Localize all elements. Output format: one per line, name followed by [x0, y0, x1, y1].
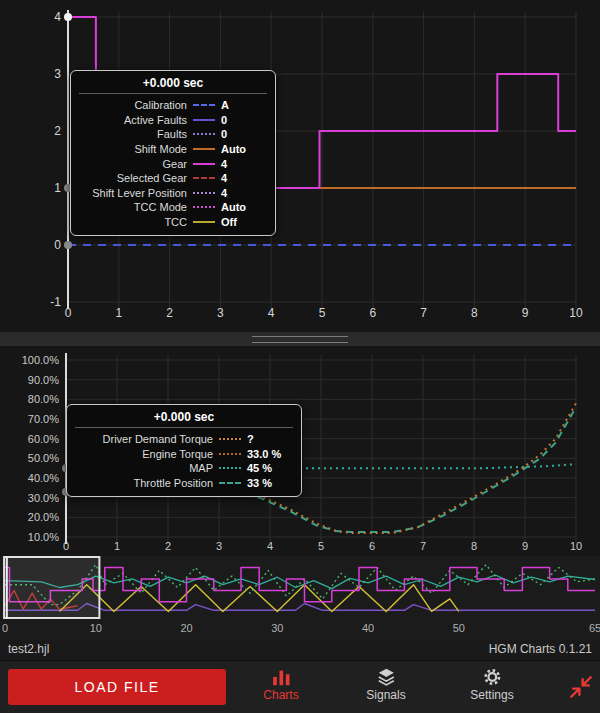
svg-text:5: 5 [319, 306, 326, 320]
app-version: HGM Charts 0.1.21 [489, 642, 592, 656]
svg-text:10: 10 [569, 306, 583, 320]
svg-text:1: 1 [115, 306, 122, 320]
tab-settings-label: Settings [470, 688, 513, 702]
tab-charts-label: Charts [263, 688, 298, 702]
chart-splitter[interactable] [0, 332, 600, 346]
svg-text:-1: -1 [50, 295, 61, 309]
svg-text:1: 1 [114, 540, 120, 552]
svg-text:8: 8 [471, 540, 477, 552]
svg-text:9: 9 [522, 306, 529, 320]
gear-chart-tooltip: +0.000 secCalibrationAActive Faults0Faul… [70, 70, 276, 236]
svg-text:4: 4 [268, 306, 275, 320]
tab-signals-label: Signals [366, 688, 405, 702]
collapse-arrows-icon [568, 674, 594, 700]
svg-text:7: 7 [420, 306, 427, 320]
svg-text:70.0%: 70.0% [28, 413, 59, 425]
svg-text:6: 6 [369, 540, 375, 552]
svg-text:60.0%: 60.0% [28, 433, 59, 445]
svg-text:6: 6 [369, 306, 376, 320]
load-file-button[interactable]: LOAD FILE [8, 669, 226, 705]
svg-text:90.0%: 90.0% [28, 374, 59, 386]
svg-text:0: 0 [54, 238, 61, 252]
file-name: test2.hjl [8, 642, 49, 656]
tab-signals[interactable]: Signals [366, 667, 405, 702]
timeline-minimap[interactable]: 0102030405065 [0, 556, 600, 638]
svg-text:2: 2 [166, 306, 173, 320]
svg-text:30: 30 [271, 622, 283, 634]
svg-text:5: 5 [318, 540, 324, 552]
svg-text:4: 4 [267, 540, 273, 552]
svg-text:40.0%: 40.0% [28, 472, 59, 484]
svg-text:10: 10 [90, 622, 102, 634]
svg-text:40: 40 [362, 622, 374, 634]
svg-text:4: 4 [54, 10, 61, 24]
bar-chart-icon [270, 667, 292, 687]
status-bar: test2.hjl HGM Charts 0.1.21 [0, 638, 600, 660]
svg-text:3: 3 [216, 540, 222, 552]
svg-text:3: 3 [54, 67, 61, 81]
svg-text:20.0%: 20.0% [28, 511, 59, 523]
svg-text:3: 3 [217, 306, 224, 320]
svg-text:2: 2 [54, 124, 61, 138]
svg-text:10.0%: 10.0% [28, 531, 59, 543]
svg-text:20: 20 [180, 622, 192, 634]
svg-text:0: 0 [2, 622, 8, 634]
gear-icon [481, 667, 503, 687]
svg-text:50.0%: 50.0% [28, 452, 59, 464]
svg-text:8: 8 [471, 306, 478, 320]
tab-charts[interactable]: Charts [263, 667, 298, 702]
app-window: 01234567891043210-1 +0.000 secCalibratio… [0, 0, 600, 713]
svg-text:80.0%: 80.0% [28, 393, 59, 405]
svg-text:2: 2 [165, 540, 171, 552]
svg-text:10: 10 [570, 540, 582, 552]
svg-text:65: 65 [589, 622, 600, 634]
tab-settings[interactable]: Settings [470, 667, 513, 702]
bottom-toolbar: LOAD FILE Charts Signals Settings [0, 660, 600, 713]
svg-text:7: 7 [420, 540, 426, 552]
svg-text:30.0%: 30.0% [28, 492, 59, 504]
layers-icon [375, 667, 397, 687]
svg-text:9: 9 [522, 540, 528, 552]
svg-text:100.0%: 100.0% [22, 354, 60, 366]
splitter-grip-icon [252, 336, 348, 343]
svg-text:1: 1 [54, 181, 61, 195]
torque-chart-tooltip: +0.000 secDriver Demand Torque?Engine To… [66, 404, 302, 497]
collapse-window-button[interactable] [568, 674, 594, 700]
svg-text:50: 50 [453, 622, 465, 634]
